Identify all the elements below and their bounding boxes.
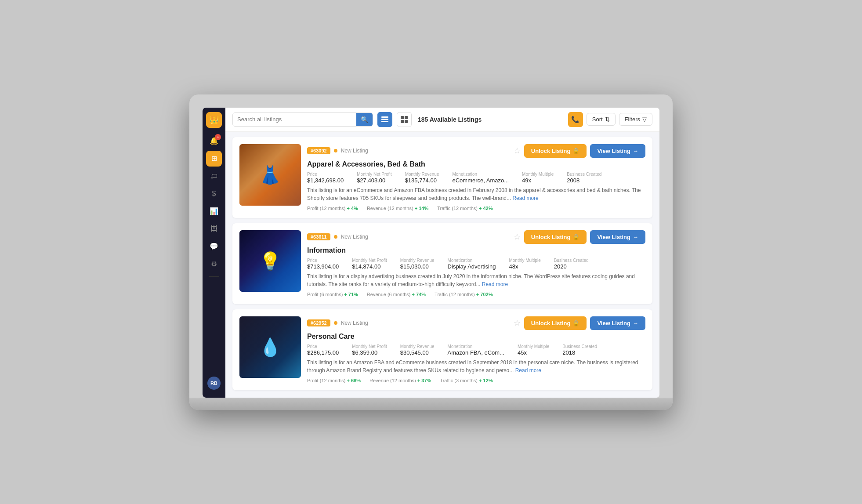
dollar-icon[interactable]: $ — [206, 186, 222, 202]
lock-icon: 🔒 — [572, 320, 579, 326]
svg-rect-4 — [405, 116, 408, 119]
metric-price: Price $713,904.00 — [307, 258, 339, 270]
price-value: $286,175.00 — [307, 349, 339, 356]
svg-rect-2 — [381, 121, 388, 122]
listing-card: #63092 New Listing ☆ Unlock Listing 🔒 Vi… — [232, 137, 652, 218]
new-listing-dot — [334, 321, 337, 325]
crown-logo: 👑 — [206, 112, 222, 128]
traffic-stat-value: + 12% — [479, 378, 493, 383]
net-profit-label: Monthly Net Profit — [357, 172, 391, 177]
listing-description: This listing is for an Amazon FBA and eC… — [307, 359, 645, 374]
unlock-label: Unlock Listing — [531, 234, 571, 240]
sort-button[interactable]: Sort ⇅ — [587, 113, 616, 126]
metric-revenue: Monthly Revenue $135,774.00 — [405, 172, 439, 184]
view-label: View Listing — [597, 234, 630, 240]
metric-created: Business Created 2008 — [567, 172, 601, 184]
revenue-label: Monthly Revenue — [400, 258, 435, 263]
metric-created: Business Created 2018 — [562, 344, 597, 356]
photo-icon[interactable]: 🖼 — [206, 221, 222, 237]
svg-rect-0 — [381, 116, 388, 118]
filter-button[interactable]: Filters ▽ — [619, 113, 652, 126]
metric-multiple: Monthly Multiple 45x — [518, 344, 549, 356]
sort-label: Sort — [592, 116, 603, 123]
listing-title: Apparel & Accessories, Bed & Bath — [307, 160, 645, 168]
revenue-stat: Revenue (6 months) + 74% — [367, 292, 426, 297]
new-listing-dot — [334, 235, 337, 239]
profit-stat-value: + 68% — [347, 378, 361, 383]
avatar[interactable]: RB — [207, 377, 221, 390]
tag-icon[interactable]: 🏷 — [206, 168, 222, 184]
monetization-value: eCommerce, Amazo... — [452, 177, 509, 184]
view-listing-button[interactable]: View Listing → — [590, 316, 645, 330]
revenue-value: $15,030.00 — [400, 263, 435, 270]
created-value: 2020 — [554, 263, 589, 270]
read-more-link[interactable]: Read more — [482, 281, 508, 287]
filter-label: Filters — [625, 116, 640, 123]
filter-icon: ▽ — [642, 116, 647, 123]
phone-button[interactable]: 📞 — [568, 112, 583, 127]
topbar: 🔍 185 Avail — [225, 108, 659, 132]
listing-actions: ☆ Unlock Listing 🔒 View Listing → — [514, 316, 645, 330]
metric-created: Business Created 2020 — [554, 258, 589, 270]
listing-metrics: Price $286,175.00 Monthly Net Profit $6,… — [307, 344, 645, 356]
traffic-stat-value: + 702% — [476, 292, 493, 297]
listing-description: This listing is for a display advertisin… — [307, 272, 645, 288]
net-profit-value: $14,874.00 — [352, 263, 387, 270]
favorite-button[interactable]: ☆ — [514, 146, 521, 156]
metric-multiple: Monthly Multiple 48x — [509, 258, 540, 270]
favorite-button[interactable]: ☆ — [514, 318, 521, 328]
list-view-icon — [381, 116, 388, 123]
notification-badge: 1 — [215, 134, 221, 140]
metric-net-profit: Monthly Net Profit $6,359.00 — [352, 344, 387, 356]
metric-multiple: Monthly Multiple 49x — [522, 172, 554, 184]
read-more-link[interactable]: Read more — [512, 195, 538, 201]
monetization-value: Display Advertising — [448, 263, 496, 270]
chat-icon[interactable]: 💬 — [206, 239, 222, 254]
read-more-link[interactable]: Read more — [515, 367, 541, 373]
dashboard-icon[interactable]: ⊞ — [206, 151, 222, 167]
list-view-button[interactable] — [377, 112, 392, 127]
unlock-listing-button[interactable]: Unlock Listing 🔒 — [524, 316, 587, 330]
created-value: 2008 — [567, 177, 601, 184]
unlock-listing-button[interactable]: Unlock Listing 🔒 — [524, 144, 587, 158]
svg-rect-5 — [401, 120, 404, 123]
main-content: 🔍 185 Avail — [225, 108, 659, 398]
traffic-stat: Traffic (3 months) + 12% — [440, 378, 493, 383]
listing-card: #62952 New Listing ☆ Unlock Listing 🔒 Vi… — [232, 309, 652, 390]
price-value: $1,342,698.00 — [307, 177, 344, 184]
topbar-right: 📞 Sort ⇅ Filters ▽ — [568, 112, 652, 127]
sidebar: 👑 🔔 1 ⊞ 🏷 $ 📊 🖼 💬 ⚙ RB — [203, 108, 225, 398]
unlock-listing-button[interactable]: Unlock Listing 🔒 — [524, 230, 587, 244]
grid-view-button[interactable] — [397, 112, 412, 127]
revenue-label: Monthly Revenue — [400, 344, 435, 349]
price-label: Price — [307, 172, 344, 177]
laptop-frame: 👑 🔔 1 ⊞ 🏷 $ 📊 🖼 💬 ⚙ RB 🔍 — [189, 94, 673, 410]
search-input[interactable] — [233, 113, 356, 126]
traffic-stat-value: + 42% — [479, 206, 493, 211]
search-button[interactable]: 🔍 — [356, 113, 373, 126]
metric-monetization: Monetization eCommerce, Amazo... — [452, 172, 509, 184]
listing-description: This listing is for an eCommerce and Ama… — [307, 186, 645, 202]
monetization-label: Monetization — [448, 344, 504, 349]
new-listing-dot — [334, 149, 337, 152]
svg-rect-6 — [405, 120, 408, 123]
notification-icon[interactable]: 🔔 1 — [206, 133, 222, 149]
created-label: Business Created — [554, 258, 589, 263]
revenue-stat: Revenue (12 months) + 14% — [367, 206, 428, 211]
metric-revenue: Monthly Revenue $15,030.00 — [400, 258, 435, 270]
listing-body: #62952 New Listing ☆ Unlock Listing 🔒 Vi… — [307, 316, 645, 383]
favorite-button[interactable]: ☆ — [514, 232, 521, 242]
metric-price: Price $286,175.00 — [307, 344, 339, 356]
view-listing-button[interactable]: View Listing → — [590, 144, 645, 158]
arrow-icon: → — [633, 320, 638, 326]
revenue-stat: Revenue (12 months) + 37% — [369, 378, 431, 383]
chart-icon[interactable]: 📊 — [206, 203, 222, 219]
metric-monetization: Monetization Display Advertising — [448, 258, 496, 270]
new-listing-label: New Listing — [341, 148, 368, 154]
profit-stat-value: + 4% — [347, 206, 358, 211]
listing-title: Personal Care — [307, 333, 645, 341]
multiple-label: Monthly Multiple — [518, 344, 549, 349]
revenue-value: $135,774.00 — [405, 177, 439, 184]
gear-icon[interactable]: ⚙ — [206, 256, 222, 272]
view-listing-button[interactable]: View Listing → — [590, 230, 645, 244]
